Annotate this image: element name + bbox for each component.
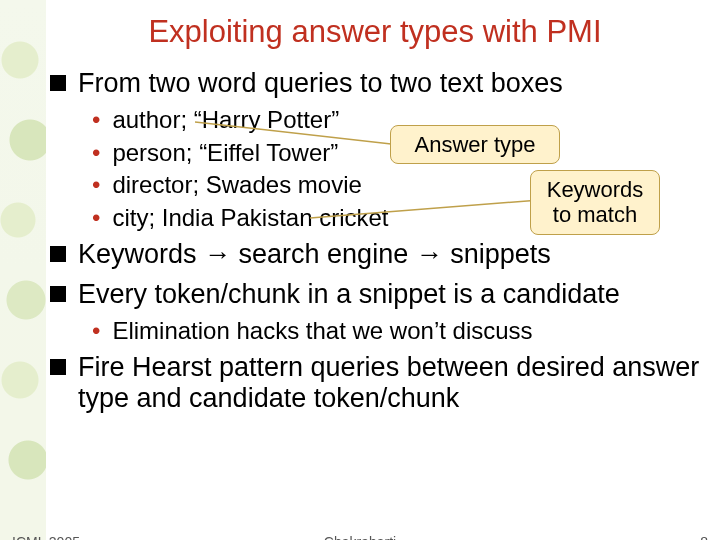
bullet-text: author; “Harry Potter” (112, 106, 339, 135)
slide-content: From two word queries to two text boxes … (48, 64, 702, 419)
bullet-l2: • city; India Pakistan cricket (48, 202, 702, 235)
bullet-text: city; India Pakistan cricket (112, 204, 388, 233)
bullet-text: Elimination hacks that we won’t discuss (112, 317, 532, 346)
footer-right: 8 (700, 534, 708, 540)
bullet-text: Every token/chunk in a snippet is a cand… (78, 279, 620, 311)
square-bullet-icon (50, 359, 66, 375)
dot-bullet-icon: • (92, 139, 100, 167)
bullet-text: From two word queries to two text boxes (78, 68, 563, 100)
dot-bullet-icon: • (92, 204, 100, 232)
dot-bullet-icon: • (92, 106, 100, 134)
bullet-text: person; “Eiffel Tower” (112, 139, 338, 168)
square-bullet-icon (50, 246, 66, 262)
slide: Exploiting answer types with PMI From tw… (0, 0, 720, 540)
footer-center: Chakrabarti (0, 534, 720, 540)
square-bullet-icon (50, 286, 66, 302)
bullet-l1: Keywords → search engine → snippets (48, 235, 702, 275)
bullet-l1: Every token/chunk in a snippet is a cand… (48, 275, 702, 315)
bullet-l2: • director; Swades movie (48, 169, 702, 202)
bullet-l2: • author; “Harry Potter” (48, 104, 702, 137)
bullet-l2: • Elimination hacks that we won’t discus… (48, 315, 702, 348)
bullet-l1: Fire Hearst pattern queries between desi… (48, 348, 702, 420)
dot-bullet-icon: • (92, 171, 100, 199)
slide-title: Exploiting answer types with PMI (48, 14, 702, 64)
bullet-l2: • person; “Eiffel Tower” (48, 137, 702, 170)
dot-bullet-icon: • (92, 317, 100, 345)
bullet-text: Fire Hearst pattern queries between desi… (78, 352, 702, 416)
square-bullet-icon (50, 75, 66, 91)
bullet-l1: From two word queries to two text boxes (48, 64, 702, 104)
bullet-text: Keywords → search engine → snippets (78, 239, 551, 271)
bullet-text: director; Swades movie (112, 171, 361, 200)
